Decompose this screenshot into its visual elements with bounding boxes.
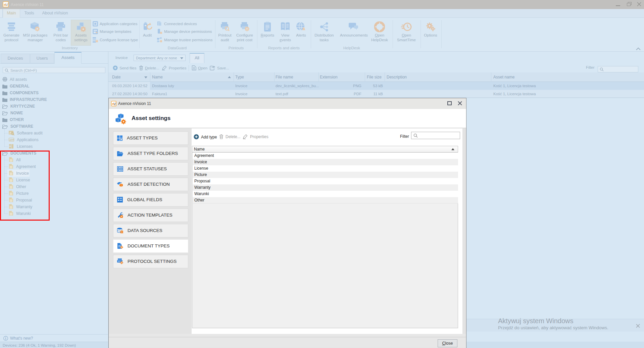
svg-text:APP: APP (9, 139, 14, 141)
svg-text:V: V (5, 2, 8, 7)
svg-text:A: A (9, 131, 11, 134)
svg-text:V: V (114, 102, 116, 106)
